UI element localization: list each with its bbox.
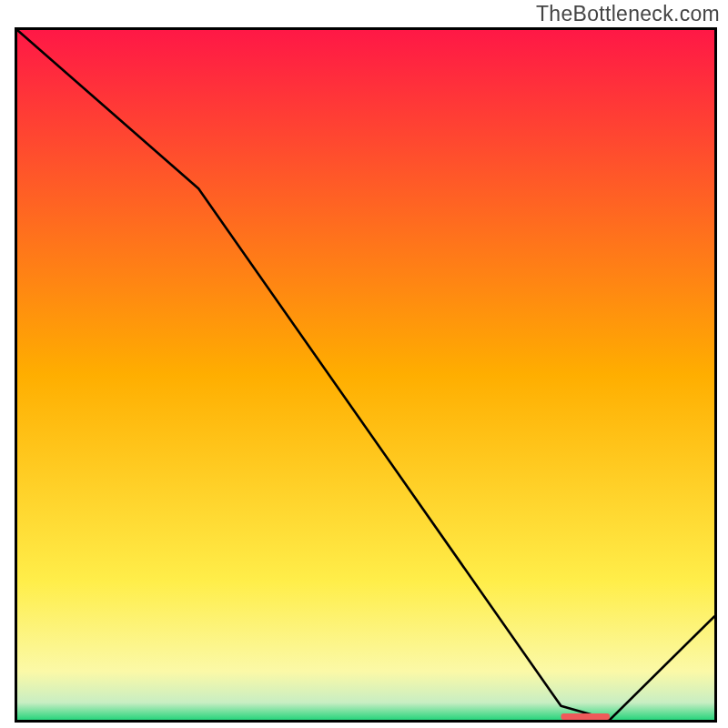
chart-stage: TheBottleneck.com [0,0,728,728]
chart-marker [561,713,610,720]
chart-svg [17,30,714,720]
chart-background [17,30,714,720]
attribution-label: TheBottleneck.com [536,2,720,26]
chart-plot-area [15,27,717,723]
